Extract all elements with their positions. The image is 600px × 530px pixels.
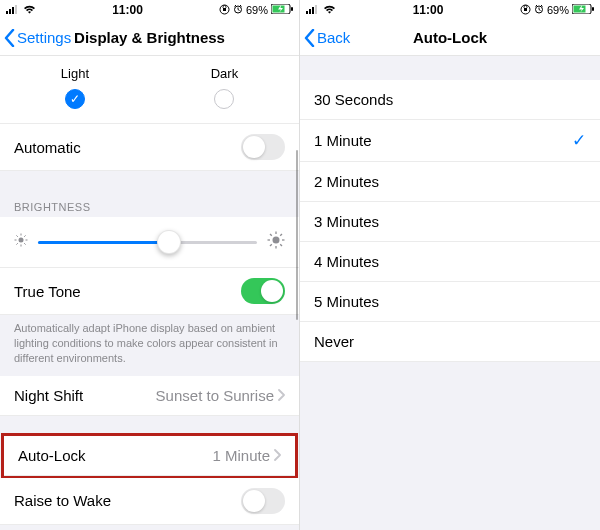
option-label: 1 Minute — [314, 132, 372, 149]
wifi-icon — [323, 4, 336, 16]
back-label: Back — [317, 29, 350, 46]
option-label: Never — [314, 333, 354, 350]
dark-label: Dark — [211, 66, 238, 81]
svg-line-18 — [24, 235, 25, 236]
svg-rect-33 — [524, 8, 527, 11]
battery-text: 69% — [246, 4, 268, 16]
status-bar: 11:00 69% — [300, 0, 600, 20]
svg-rect-0 — [6, 11, 8, 14]
option-label: 30 Seconds — [314, 91, 393, 108]
option-label: 3 Minutes — [314, 213, 379, 230]
raise-to-wake-label: Raise to Wake — [14, 492, 111, 509]
alarm-icon — [233, 4, 243, 16]
status-time: 11:00 — [413, 3, 444, 17]
raise-to-wake-toggle[interactable] — [241, 488, 285, 514]
svg-line-17 — [16, 243, 17, 244]
svg-rect-29 — [309, 9, 311, 14]
brightness-slider-row — [0, 217, 299, 268]
chevron-right-icon — [278, 387, 285, 404]
sun-large-icon — [267, 231, 285, 253]
status-time: 11:00 — [112, 3, 143, 17]
night-shift-value: Sunset to Sunrise — [156, 387, 274, 404]
svg-rect-30 — [312, 7, 314, 14]
battery-icon — [572, 4, 594, 16]
svg-rect-37 — [592, 7, 594, 11]
chevron-left-icon — [304, 29, 315, 47]
true-tone-description: Automatically adapt iPhone display based… — [0, 315, 299, 376]
option-label: 4 Minutes — [314, 253, 379, 270]
svg-line-24 — [270, 234, 272, 236]
screen-display-brightness: 11:00 69% Settings Display & Brightness … — [0, 0, 300, 530]
appearance-light[interactable]: Light — [61, 66, 89, 109]
true-tone-label: True Tone — [14, 283, 81, 300]
battery-icon — [271, 4, 293, 16]
signal-icon — [6, 4, 20, 16]
back-button[interactable]: Settings — [0, 29, 71, 47]
orientation-lock-icon — [219, 4, 230, 17]
svg-line-26 — [270, 244, 272, 246]
sun-small-icon — [14, 233, 28, 251]
auto-lock-option[interactable]: 30 Seconds — [300, 80, 600, 120]
svg-line-16 — [24, 243, 25, 244]
svg-rect-2 — [12, 7, 14, 14]
brightness-header: BRIGHTNESS — [0, 195, 299, 217]
auto-lock-options: 30 Seconds1 Minute✓2 Minutes3 Minutes4 M… — [300, 80, 600, 362]
true-tone-toggle[interactable] — [241, 278, 285, 304]
svg-rect-31 — [315, 5, 317, 14]
light-label: Light — [61, 66, 89, 81]
svg-point-10 — [19, 238, 24, 243]
status-bar: 11:00 69% — [0, 0, 299, 20]
scroll-indicator[interactable] — [296, 150, 298, 320]
raise-to-wake-row[interactable]: Raise to Wake — [0, 478, 299, 525]
svg-rect-9 — [291, 7, 293, 11]
auto-lock-option[interactable]: 3 Minutes — [300, 202, 600, 242]
svg-rect-1 — [9, 9, 11, 14]
back-label: Settings — [17, 29, 71, 46]
automatic-row[interactable]: Automatic — [0, 124, 299, 171]
svg-point-19 — [273, 237, 280, 244]
screen-auto-lock: 11:00 69% Back Auto-Lock 30 Seconds1 Min… — [300, 0, 600, 530]
nav-bar: Back Auto-Lock — [300, 20, 600, 56]
auto-lock-option[interactable]: 5 Minutes — [300, 282, 600, 322]
svg-rect-28 — [306, 11, 308, 14]
svg-line-27 — [280, 234, 282, 236]
true-tone-row[interactable]: True Tone — [0, 268, 299, 315]
night-shift-row[interactable]: Night Shift Sunset to Sunrise — [0, 376, 299, 416]
night-shift-label: Night Shift — [14, 387, 83, 404]
chevron-left-icon — [4, 29, 15, 47]
brightness-slider[interactable] — [38, 241, 257, 244]
orientation-lock-icon — [520, 4, 531, 17]
battery-text: 69% — [547, 4, 569, 16]
svg-line-25 — [280, 244, 282, 246]
svg-rect-5 — [223, 8, 226, 11]
svg-line-15 — [16, 235, 17, 236]
back-button[interactable]: Back — [300, 29, 350, 47]
auto-lock-option[interactable]: 1 Minute✓ — [300, 120, 600, 162]
option-label: 5 Minutes — [314, 293, 379, 310]
auto-lock-option[interactable]: 4 Minutes — [300, 242, 600, 282]
appearance-selector: Light Dark — [0, 56, 299, 124]
svg-rect-3 — [15, 5, 17, 14]
chevron-right-icon — [274, 447, 281, 464]
auto-lock-value: 1 Minute — [212, 447, 270, 464]
auto-lock-row[interactable]: Auto-Lock 1 Minute — [4, 436, 295, 476]
wifi-icon — [23, 4, 36, 16]
radio-unchecked-icon — [214, 89, 234, 109]
checkmark-icon: ✓ — [572, 130, 586, 151]
slider-thumb[interactable] — [157, 230, 181, 254]
automatic-toggle[interactable] — [241, 134, 285, 160]
highlight-auto-lock: Auto-Lock 1 Minute — [1, 433, 298, 479]
radio-checked-icon — [65, 89, 85, 109]
automatic-label: Automatic — [14, 139, 81, 156]
signal-icon — [306, 4, 320, 16]
option-label: 2 Minutes — [314, 173, 379, 190]
auto-lock-option[interactable]: Never — [300, 322, 600, 362]
alarm-icon — [534, 4, 544, 16]
auto-lock-option[interactable]: 2 Minutes — [300, 162, 600, 202]
appearance-dark[interactable]: Dark — [211, 66, 238, 109]
auto-lock-label: Auto-Lock — [18, 447, 86, 464]
nav-bar: Settings Display & Brightness — [0, 20, 299, 56]
